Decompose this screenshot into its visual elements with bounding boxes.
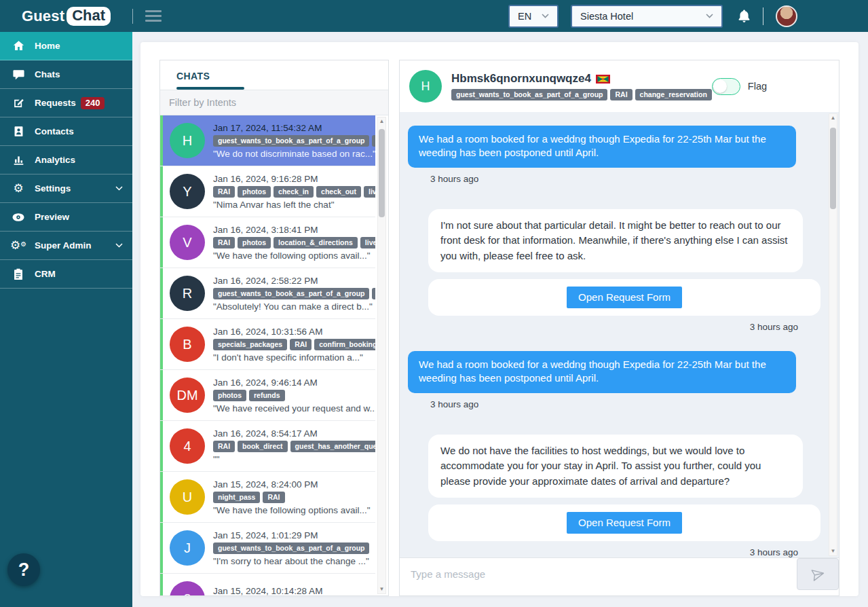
- chat-avatar: B: [170, 327, 205, 362]
- chat-avatar: U: [170, 479, 205, 515]
- intent-tag: live_chat: [360, 237, 375, 249]
- unread-indicator-bar: [160, 217, 163, 268]
- eye-icon: [10, 213, 27, 222]
- clipboard-icon: [10, 268, 27, 280]
- tab-chats[interactable]: CHATS: [176, 60, 210, 90]
- intent-tag: photos: [238, 237, 271, 249]
- language-select[interactable]: EN: [508, 5, 559, 28]
- chat-list-scrollbar[interactable]: ▲ ▼: [377, 117, 386, 594]
- sidebar-item-label: Super Admin: [35, 240, 92, 251]
- hotel-select[interactable]: Siesta Hotel: [571, 5, 723, 28]
- bot-message-bubble: We do not have the facilities to host we…: [428, 435, 803, 498]
- scroll-up-icon[interactable]: ▲: [379, 117, 385, 126]
- chat-list-item[interactable]: YJan 16, 2024, 9:16:28 PMRAIphotoscheck_…: [160, 166, 375, 217]
- chevron-down-icon: [706, 14, 713, 18]
- chat-list-item[interactable]: HJan 17, 2024, 11:54:32 AMguest_wants_to…: [160, 115, 375, 166]
- intent-tag: confirm_booking: [314, 339, 375, 350]
- guest-avatar: H: [409, 70, 442, 103]
- hamburger-menu-icon[interactable]: [145, 7, 162, 24]
- chat-date: Jan 16, 2024, 3:18:41 PM: [213, 225, 375, 235]
- chat-date: Jan 16, 2024, 10:31:56 AM: [213, 327, 375, 337]
- unread-indicator-bar: [160, 472, 163, 522]
- guest-message-bubble: We had a room booked for a weddng though…: [408, 351, 796, 393]
- sidebar-item-home[interactable]: Home: [0, 32, 132, 60]
- open-request-form-button[interactable]: Open Request Form: [567, 287, 682, 308]
- tab-active-underline: [176, 87, 244, 90]
- sidebar-item-super-admin[interactable]: ⚙⚙Super Admin: [0, 232, 132, 260]
- logo-text-guest: Guest: [22, 7, 64, 25]
- scroll-up-icon[interactable]: ▲: [831, 114, 836, 122]
- user-avatar[interactable]: [776, 5, 797, 27]
- guest-name: Hbmsk6qnornxunqwqze4: [451, 72, 591, 86]
- sidebar-item-preview[interactable]: Preview: [0, 203, 132, 232]
- chat-list-item[interactable]: 4Jan 16, 2024, 8:54:17 AMRAIbook_directg…: [160, 421, 375, 472]
- request-form-card: Open Request Form: [428, 279, 820, 316]
- scroll-down-icon[interactable]: ▼: [831, 547, 836, 555]
- app-logo: Guest Chat: [0, 0, 132, 32]
- filter-by-intents-input[interactable]: [160, 90, 388, 115]
- chat-date: Jan 16, 2024, 2:58:22 PM: [213, 276, 375, 286]
- chat-avatar: R: [170, 276, 205, 311]
- sidebar-item-analytics[interactable]: Analytics: [0, 146, 132, 174]
- conversation-panel: H Hbmsk6qnornxunqwqze4 guest_wants_to_bo…: [399, 60, 839, 596]
- chat-item-body: Jan 15, 2024, 1:01:29 PMguest_wants_to_b…: [213, 530, 375, 566]
- chat-item-body: Jan 16, 2024, 10:31:56 AMspecials_packag…: [213, 327, 375, 363]
- analytics-chart-icon: [10, 154, 27, 166]
- chat-list-item[interactable]: VJan 16, 2024, 3:18:41 PMRAIphotoslocati…: [160, 217, 375, 268]
- sidebar-item-chats[interactable]: Chats: [0, 60, 132, 89]
- unread-indicator-bar: [160, 115, 163, 166]
- chat-item-body: Jan 15, 2024, 8:24:00 PMnight_passRAI"We…: [213, 479, 375, 515]
- chat-avatar: H: [170, 123, 205, 158]
- message-timestamp: 3 hours ago: [430, 399, 810, 409]
- chat-date: Jan 16, 2024, 8:54:17 AM: [213, 428, 375, 439]
- chat-item-body: Jan 16, 2024, 2:58:22 PMguest_wants_to_b…: [213, 276, 375, 312]
- chat-list-item[interactable]: BJan 16, 2024, 10:31:56 AMspecials_packa…: [160, 319, 375, 370]
- sidebar-item-requests[interactable]: Requests240: [0, 89, 132, 117]
- chat-preview-text: "We do not discriminate based on rac...": [213, 149, 375, 159]
- send-button[interactable]: [797, 558, 839, 590]
- guest-message-row: We had a room booked for a weddng though…: [408, 126, 810, 174]
- grenada-flag-icon: [596, 75, 610, 84]
- sidebar-item-contacts[interactable]: Contacts: [0, 117, 132, 146]
- gear-icon: ⚙: [10, 183, 27, 194]
- chat-list-item[interactable]: DMJan 16, 2024, 9:46:14 AMphotosrefunds"…: [160, 370, 375, 421]
- help-button[interactable]: ?: [7, 553, 40, 586]
- chat-preview-text: "I don't have specific information a...": [213, 352, 375, 363]
- sidebar-item-crm[interactable]: CRM: [0, 260, 132, 289]
- flag-toggle[interactable]: [712, 78, 740, 95]
- intent-tag: refunds: [249, 390, 285, 401]
- message-input[interactable]: [400, 558, 797, 590]
- chat-preview-text: "We have received your request and w...": [213, 403, 375, 413]
- bell-icon[interactable]: [738, 9, 751, 23]
- sidebar-item-label: Analytics: [35, 155, 75, 165]
- chat-intent-tags: guest_wants_to_book_as_part_of_a_group: [213, 542, 375, 554]
- chat-item-body: Jan 16, 2024, 9:46:14 AMphotosrefunds"We…: [213, 378, 375, 413]
- chat-intent-tags: RAIphotoscheck_incheck_outlive_chat: [213, 186, 375, 198]
- open-request-form-button[interactable]: Open Request Form: [567, 512, 682, 534]
- unread-indicator-bar: [160, 319, 163, 369]
- toggle-knob: [713, 79, 727, 93]
- scrollbar-thumb[interactable]: [830, 128, 836, 209]
- intent-tag: photos: [238, 186, 271, 198]
- chat-avatar: J: [170, 530, 205, 566]
- chat-intent-tags: night_passRAI: [213, 492, 375, 503]
- sidebar-item-settings[interactable]: ⚙Settings: [0, 174, 132, 203]
- scrollbar-thumb[interactable]: [379, 129, 385, 217]
- sidebar-item-label: Settings: [35, 183, 71, 194]
- intent-tag: RAI: [213, 441, 235, 452]
- chat-list-item[interactable]: JJan 15, 2024, 1:01:29 PMguest_wants_to_…: [160, 523, 375, 574]
- intent-tag: RAI: [263, 492, 284, 503]
- messages-scrollbar[interactable]: ▲ ▼: [829, 113, 837, 556]
- chat-preview-text: "We have the following options avail...": [213, 251, 375, 261]
- logo-divider: [132, 9, 133, 24]
- chat-list-item[interactable]: UJan 15, 2024, 8:24:00 PMnight_passRAI"W…: [160, 472, 375, 523]
- chat-preview-text: "Absolutely! You can make a direct b...": [213, 301, 375, 312]
- unread-indicator-bar: [160, 166, 163, 217]
- intent-tag: live_chat: [364, 186, 375, 198]
- chat-list-item[interactable]: 8Jan 15, 2024, 10:14:28 AMRAIguest_wants…: [160, 574, 375, 595]
- chat-list-item[interactable]: RJan 16, 2024, 2:58:22 PMguest_wants_to_…: [160, 268, 375, 319]
- requests-pen-icon: [10, 97, 27, 109]
- chevron-down-icon: [115, 186, 123, 191]
- chat-intent-tags: RAIphotoslocation_&_directionslive_chat: [213, 237, 375, 249]
- scroll-down-icon[interactable]: ▼: [379, 585, 385, 593]
